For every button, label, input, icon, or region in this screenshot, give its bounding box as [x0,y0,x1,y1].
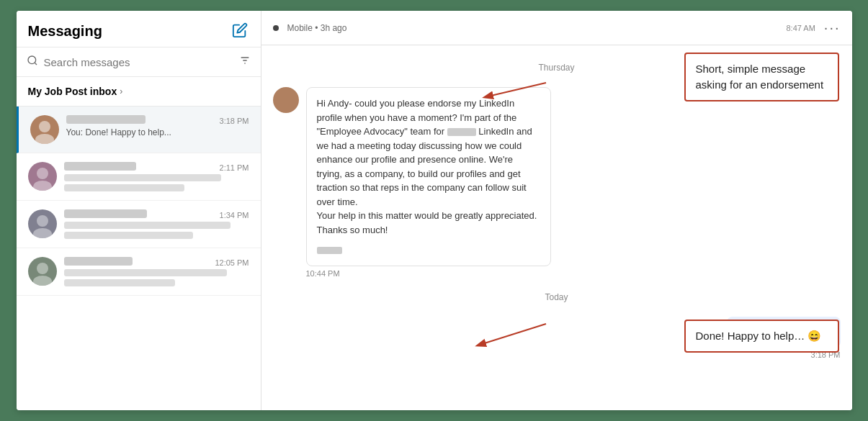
sidebar-title: Messaging [28,23,102,40]
chat-header: Mobile • 3h ago 8:47 AM ··· [261,11,852,45]
conv-info: 1:34 PM [64,209,249,239]
avatar [28,257,57,286]
conv-preview2 [64,184,184,191]
sender-avatar [273,87,299,113]
conv-time: 1:34 PM [220,211,249,219]
svg-point-7 [37,168,48,179]
job-post-inbox-label: My Job Post inbox [28,86,117,97]
status-dot [273,25,279,31]
conv-preview [64,174,221,181]
sidebar-header: Messaging [17,11,261,47]
chevron-right-icon: › [120,86,122,96]
conv-time: 12:05 PM [215,258,249,267]
compose-icon[interactable] [232,22,249,40]
conv-preview [64,269,227,276]
svg-point-0 [28,56,36,64]
conv-info: 3:18 PM You: Done! Happy to help... [66,115,249,137]
reply-bubble: Done! Happy to help... [727,317,840,348]
conv-info: 12:05 PM [64,257,249,286]
main-chat: Mobile • 3h ago 8:47 AM ··· Thursday Hi … [261,11,852,410]
conversation-list: 3:18 PM You: Done! Happy to help... 2:11… [17,107,261,410]
conv-time: 2:11 PM [220,163,249,172]
svg-point-6 [35,134,54,144]
conv-preview: You: Done! Happy to help... [66,127,249,137]
chat-header-info: Mobile • 3h ago [273,23,347,33]
sidebar: Messaging [17,11,261,410]
search-icon [27,55,38,69]
conversation-item[interactable]: 2:11 PM [17,153,261,201]
conv-name [66,115,146,124]
more-options-icon[interactable]: ··· [824,19,841,36]
svg-point-12 [33,276,52,286]
conv-preview2 [64,279,175,286]
conv-time: 3:18 PM [220,117,249,125]
day-divider-thursday: Thursday [273,63,841,73]
conv-name [64,257,133,266]
day-divider-today: Today [273,292,841,302]
chat-header-time: 8:47 AM [786,24,815,32]
conv-preview [64,222,231,229]
svg-point-5 [39,121,50,132]
svg-line-1 [35,63,37,65]
conversation-item[interactable]: 1:34 PM [17,201,261,248]
incoming-message-row: Hi Andy- could you please endorse my Lin… [273,87,841,278]
reply-message-row: Done! Happy to help... 3:18 PM [273,317,841,360]
conv-name [64,209,147,218]
chat-header-status: Mobile • 3h ago [287,23,347,33]
chat-messages: Thursday Hi Andy- could you please endor… [261,45,852,410]
search-bar [17,47,261,77]
reply-time: 3:18 PM [727,350,840,359]
svg-point-8 [33,181,52,191]
reply-message: Done! Happy to help... 3:18 PM [727,317,840,360]
avatar [28,209,57,238]
svg-point-9 [37,215,48,227]
conv-name [64,162,136,171]
filter-icon[interactable] [239,55,251,69]
conv-preview2 [64,232,194,239]
search-input[interactable] [44,56,233,68]
avatar [28,162,57,191]
job-post-inbox[interactable]: My Job Post inbox › [17,77,261,107]
conversation-item[interactable]: 3:18 PM You: Done! Happy to help... [17,107,261,153]
avatar [30,115,59,144]
message-time: 10:44 PM [306,269,551,278]
svg-point-10 [33,228,52,238]
conv-info: 2:11 PM [64,162,249,191]
svg-point-11 [37,263,48,274]
message-bubble: Hi Andy- could you please endorse my Lin… [306,87,551,266]
incoming-message: Hi Andy- could you please endorse my Lin… [306,87,551,278]
conversation-item[interactable]: 12:05 PM [17,248,261,296]
